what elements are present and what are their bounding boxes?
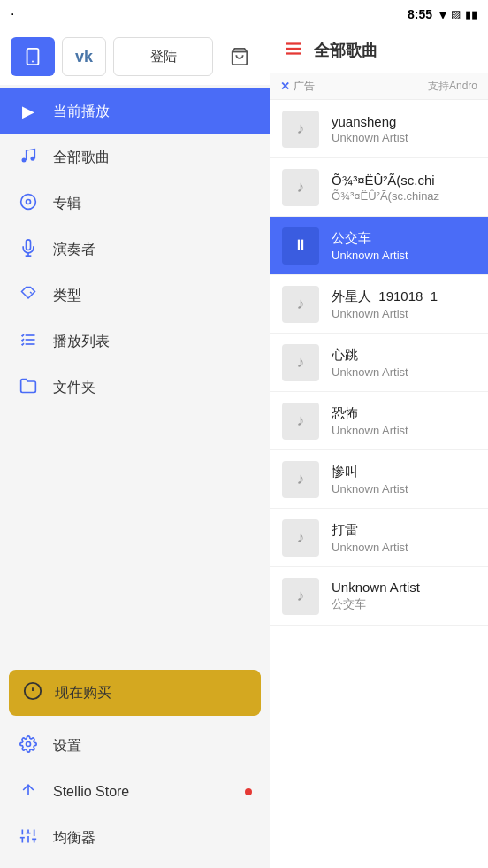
song-item-7[interactable]: ♪ 惨叫 Unknown Artist xyxy=(270,450,488,509)
main-header: 全部歌曲 xyxy=(270,28,488,73)
music-note-icon: ♪ xyxy=(297,528,305,547)
song-item-1[interactable]: ♪ yuansheng Unknown Artist xyxy=(270,100,488,158)
sidebar-top: vk 登陆 xyxy=(0,28,270,85)
song-icon-1: ♪ xyxy=(282,111,319,148)
pause-icon: ⏸ xyxy=(293,236,309,255)
stellio-notification-dot xyxy=(245,788,252,795)
nav-label-genres: 类型 xyxy=(53,287,81,305)
mic-icon xyxy=(18,239,39,261)
guitar-icon xyxy=(18,285,39,307)
svg-point-4 xyxy=(31,156,35,160)
nav-label-albums: 专辑 xyxy=(53,195,81,213)
sidebar-item-playlists[interactable]: 播放列表 xyxy=(0,319,270,365)
sidebar-item-artists[interactable]: 演奏者 xyxy=(0,227,270,273)
status-bar: · 8:55 ▾ ▨ ▮▮ xyxy=(0,0,488,28)
song-artist-4: Unknown Artist xyxy=(332,307,476,320)
hamburger-button[interactable] xyxy=(284,39,303,62)
sidebar-item-now-playing[interactable]: ▶ 当前播放 xyxy=(0,88,270,134)
wifi-icon: ▾ xyxy=(439,6,446,23)
sidebar-item-settings[interactable]: 设置 xyxy=(0,723,270,769)
svg-point-5 xyxy=(21,194,36,209)
app-container: vk 登陆 ▶ 当前播放 xyxy=(0,28,488,868)
nav-label-playlists: 播放列表 xyxy=(53,333,110,351)
song-title-8: 打雷 xyxy=(332,522,476,539)
song-icon-8: ♪ xyxy=(282,519,319,557)
sidebar-item-equalizer[interactable]: 均衡器 xyxy=(0,815,270,861)
ad-label: 广告 xyxy=(294,79,424,94)
music-icon xyxy=(18,147,39,169)
nav-label-now-playing: 当前播放 xyxy=(53,103,110,121)
song-title-6: 恐怖 xyxy=(332,405,476,422)
cart-button[interactable] xyxy=(220,37,259,76)
song-item-4[interactable]: ♪ 外星人_191018_1 Unknown Artist xyxy=(270,275,488,334)
buy-now-banner[interactable]: 现在购买 xyxy=(9,670,261,716)
song-item-5[interactable]: ♪ 心跳 Unknown Artist xyxy=(270,334,488,392)
vk-button[interactable]: vk xyxy=(62,37,106,76)
song-title-9: Unknown Artist xyxy=(332,580,476,595)
folder-icon xyxy=(18,377,39,399)
stellio-store-label: Stellio Store xyxy=(53,784,129,800)
song-info-5: 心跳 Unknown Artist xyxy=(332,347,476,379)
song-icon-7: ♪ xyxy=(282,461,319,498)
login-button[interactable]: 登陆 xyxy=(113,37,213,76)
song-item-2[interactable]: ♪ Õ¾³¤ËÛ²Ã(sc.chi Õ¾³¤ËÛ²Ã(sc.chinaz xyxy=(270,158,488,217)
status-time: 8:55 xyxy=(408,7,432,21)
song-artist-2: Õ¾³¤ËÛ²Ã(sc.chinaz xyxy=(332,189,476,203)
song-info-7: 惨叫 Unknown Artist xyxy=(332,464,476,495)
sidebar-item-all-songs[interactable]: 全部歌曲 xyxy=(0,134,270,181)
music-note-icon: ♪ xyxy=(297,411,305,430)
song-icon-2: ♪ xyxy=(282,169,319,206)
status-icons: ▾ ▨ ▮▮ xyxy=(439,6,477,23)
svg-point-15 xyxy=(27,741,31,746)
svg-point-3 xyxy=(22,157,27,162)
sidebar-bottom: 设置 Stellio Store xyxy=(0,723,270,868)
status-dot: · xyxy=(11,6,14,22)
vk-label: vk xyxy=(75,48,93,66)
song-artist-5: Unknown Artist xyxy=(332,365,476,379)
settings-icon xyxy=(18,735,39,757)
store-icon xyxy=(18,781,39,803)
sidebar-item-folders[interactable]: 文件夹 xyxy=(0,365,270,411)
song-info-1: yuansheng Unknown Artist xyxy=(332,114,476,144)
song-item-6[interactable]: ♪ 恐怖 Unknown Artist xyxy=(270,392,488,450)
sidebar-item-stellio-store[interactable]: Stellio Store xyxy=(0,769,270,815)
song-item-3[interactable]: ⏸ 公交车 Unknown Artist xyxy=(270,217,488,275)
sidebar: vk 登陆 ▶ 当前播放 xyxy=(0,28,270,868)
settings-label: 设置 xyxy=(53,737,81,756)
song-title-5: 心跳 xyxy=(332,347,476,364)
sidebar-nav: ▶ 当前播放 全部歌曲 xyxy=(0,85,270,663)
song-info-6: 恐怖 Unknown Artist xyxy=(332,405,476,437)
device-button[interactable] xyxy=(11,37,55,76)
song-title-7: 惨叫 xyxy=(332,464,476,480)
song-title-1: yuansheng xyxy=(332,114,476,129)
nav-label-all-songs: 全部歌曲 xyxy=(53,149,110,167)
song-info-9: Unknown Artist 公交车 xyxy=(332,580,476,612)
equalizer-label: 均衡器 xyxy=(53,829,95,848)
song-info-2: Õ¾³¤ËÛ²Ã(sc.chi Õ¾³¤ËÛ²Ã(sc.chinaz xyxy=(332,173,476,203)
ad-close-icon[interactable]: ✕ xyxy=(280,80,290,93)
music-note-icon: ♪ xyxy=(297,119,305,138)
music-note-icon: ♪ xyxy=(297,178,305,196)
song-info-8: 打雷 Unknown Artist xyxy=(332,522,476,554)
play-icon: ▶ xyxy=(18,102,39,121)
song-icon-6: ♪ xyxy=(282,403,319,440)
song-artist-6: Unknown Artist xyxy=(332,424,476,437)
nav-label-artists: 演奏者 xyxy=(53,241,95,259)
song-icon-9: ♪ xyxy=(282,578,319,615)
song-list: ♪ yuansheng Unknown Artist ♪ Õ¾³¤ËÛ²Ã(sc… xyxy=(270,100,488,868)
song-item-8[interactable]: ♪ 打雷 Unknown Artist xyxy=(270,509,488,567)
song-icon-4: ♪ xyxy=(282,286,319,323)
sidebar-item-genres[interactable]: 类型 xyxy=(0,273,270,319)
main-content: 全部歌曲 ✕ 广告 支持Andro ♪ yuansheng Unknown Ar… xyxy=(270,28,488,868)
song-info-3: 公交车 Unknown Artist xyxy=(332,230,476,262)
sidebar-item-albums[interactable]: 专辑 xyxy=(0,181,270,227)
buy-label: 现在购买 xyxy=(55,684,111,703)
playlist-icon xyxy=(18,331,39,353)
song-item-9[interactable]: ♪ Unknown Artist 公交车 xyxy=(270,567,488,626)
ad-bar: ✕ 广告 支持Andro xyxy=(270,73,488,100)
page-title: 全部歌曲 xyxy=(314,40,377,61)
song-artist-7: Unknown Artist xyxy=(332,482,476,495)
song-title-2: Õ¾³¤ËÛ²Ã(sc.chi xyxy=(332,173,476,188)
album-icon xyxy=(18,193,39,215)
equalizer-icon xyxy=(18,827,39,849)
